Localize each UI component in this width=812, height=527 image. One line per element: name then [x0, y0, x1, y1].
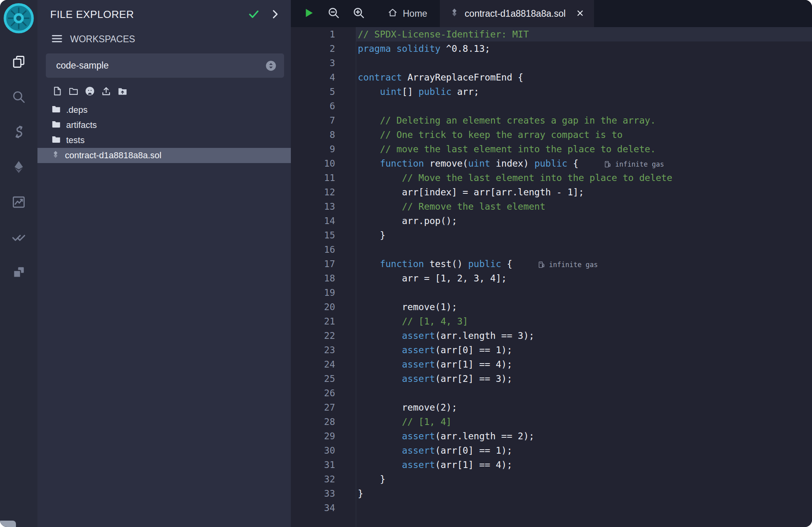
code-line[interactable]: function remove(uint index) public {infi…	[356, 156, 812, 171]
code-line[interactable]: // Remove the last element	[356, 199, 812, 214]
code-line[interactable]: assert(arr[0] == 1);	[356, 343, 812, 357]
line-number: 13	[291, 199, 335, 214]
zoom-out-icon	[327, 6, 340, 21]
code-line[interactable]: assert(arr[2] == 3);	[356, 372, 812, 386]
file-explorer-icon	[12, 55, 26, 70]
code-line[interactable]	[356, 99, 812, 113]
line-number: 21	[291, 314, 335, 328]
code-line[interactable]: // Deleting an element creates a gap in …	[356, 113, 812, 128]
code-line[interactable]: function test() public {infinite gas	[356, 257, 812, 271]
code-line[interactable]: arr.pop();	[356, 214, 812, 228]
code-line[interactable]: // One trick to keep the array compact i…	[356, 128, 812, 142]
new-file-button[interactable]	[52, 86, 63, 98]
folder-row-tests[interactable]: tests	[37, 133, 291, 148]
code-line[interactable]	[356, 242, 812, 257]
gas-estimate-badge: infinite gas	[538, 258, 598, 272]
code-line[interactable]: pragma solidity ^0.8.13;	[356, 41, 812, 56]
code-line[interactable]: assert(arr[1] == 4);	[356, 458, 812, 472]
file-row-contract[interactable]: contract-d1a8818a8a.sol	[37, 148, 291, 163]
line-number: 4	[291, 70, 335, 85]
tab-home[interactable]: Home	[375, 0, 440, 27]
line-number: 24	[291, 357, 335, 372]
line-number: 5	[291, 85, 335, 99]
deploy-and-run-icon	[12, 160, 26, 175]
tab-bar: Home contract-d1a8818a8a.sol	[291, 0, 812, 27]
code-line[interactable]: }	[356, 228, 812, 242]
code-line[interactable]: arr = [1, 2, 3, 4];	[356, 271, 812, 285]
code-line[interactable]: // SPDX-License-Identifier: MIT	[356, 27, 812, 41]
code-line[interactable]: contract ArrayReplaceFromEnd {	[356, 70, 812, 85]
file-explorer-toolbar	[37, 86, 291, 98]
line-number: 10	[291, 156, 335, 171]
line-number: 6	[291, 99, 335, 113]
workspace-dropdown-icon	[265, 60, 277, 72]
solidity-file-icon	[449, 8, 459, 20]
plugin-manager-icon	[12, 265, 26, 281]
code-line[interactable]: remove(2);	[356, 400, 812, 415]
run-script-button[interactable]	[302, 6, 315, 21]
folder-row-artifacts[interactable]: artifacts	[37, 118, 291, 133]
code-line[interactable]	[356, 386, 812, 400]
close-tab-button[interactable]	[576, 9, 584, 19]
rail-file-explorer-button[interactable]	[0, 51, 37, 73]
rail-plugin-manager-button[interactable]	[0, 262, 37, 284]
code-line[interactable]: remove(1);	[356, 300, 812, 314]
rail-deploy-run-button[interactable]	[0, 156, 37, 179]
code-line[interactable]	[356, 501, 812, 515]
line-number: 3	[291, 56, 335, 70]
line-number: 22	[291, 328, 335, 343]
remix-logo[interactable]	[2, 2, 35, 35]
code-line[interactable]: // move the last element into the place …	[356, 142, 812, 156]
code-line[interactable]	[356, 56, 812, 70]
scrollbar-thumb[interactable]	[0, 521, 16, 527]
code-editor[interactable]: 1234567891011121314151617181920212223242…	[291, 27, 812, 527]
code-line[interactable]: }	[356, 486, 812, 501]
code-line[interactable]: uint[] public arr;	[356, 85, 812, 99]
check-icon	[248, 8, 260, 21]
gas-estimate-badge: infinite gas	[604, 157, 664, 171]
close-icon	[576, 9, 584, 19]
accept-button[interactable]	[248, 8, 260, 21]
folder-icon	[51, 134, 61, 147]
zoom-in-icon	[352, 6, 365, 21]
clone-git-repo-button[interactable]	[84, 86, 95, 98]
zoom-out-button[interactable]	[327, 6, 340, 21]
publish-to-gist-button[interactable]	[101, 86, 112, 98]
rail-solidity-analyzers-button[interactable]	[0, 191, 37, 214]
icon-rail	[0, 0, 37, 527]
load-local-folder-button[interactable]	[117, 86, 128, 98]
folder-row-deps[interactable]: .deps	[37, 102, 291, 118]
expand-panel-button[interactable]	[269, 8, 280, 21]
code-line[interactable]: assert(arr[0] == 1);	[356, 443, 812, 458]
solidity-analyzers-icon	[12, 195, 26, 210]
rail-unit-testing-button[interactable]	[0, 226, 37, 249]
code-lines[interactable]: // SPDX-License-Identifier: MITpragma so…	[356, 27, 812, 527]
code-line[interactable]: // [1, 4, 3]	[356, 314, 812, 328]
file-label: contract-d1a8818a8a.sol	[65, 150, 161, 161]
panel-title: FILE EXPLORER	[50, 8, 134, 21]
code-line[interactable]: assert(arr[1] == 4);	[356, 357, 812, 372]
code-line[interactable]: assert(arr.length == 2);	[356, 429, 812, 443]
editor-area: Home contract-d1a8818a8a.sol	[291, 0, 812, 527]
new-folder-button[interactable]	[68, 86, 79, 98]
code-line[interactable]: // [1, 4]	[356, 415, 812, 429]
workspace-select[interactable]: code-sample	[46, 53, 284, 78]
code-line[interactable]: arr[index] = arr[arr.length - 1];	[356, 185, 812, 199]
line-number: 32	[291, 472, 335, 486]
code-line[interactable]	[356, 285, 812, 300]
line-number: 31	[291, 458, 335, 472]
file-explorer-panel: FILE EXPLORER	[37, 0, 291, 527]
rail-search-button[interactable]	[0, 86, 37, 108]
rail-solidity-compiler-button[interactable]	[0, 121, 37, 144]
code-line[interactable]: // Move the last element into the place …	[356, 171, 812, 185]
line-number: 33	[291, 486, 335, 501]
code-line[interactable]: }	[356, 472, 812, 486]
code-line[interactable]: assert(arr.length == 3);	[356, 328, 812, 343]
upload-folder-icon	[117, 86, 128, 98]
line-number: 20	[291, 300, 335, 314]
zoom-in-button[interactable]	[352, 6, 365, 21]
tab-contract-file[interactable]: contract-d1a8818a8a.sol	[440, 0, 594, 27]
hamburger-icon	[51, 33, 63, 46]
folder-label: tests	[66, 135, 84, 146]
workspaces-menu-button[interactable]	[51, 33, 63, 46]
